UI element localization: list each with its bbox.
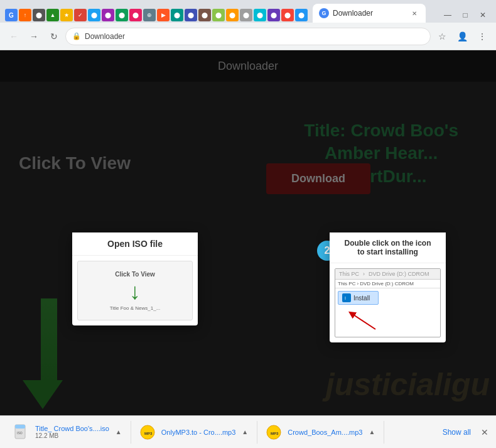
reload-button[interactable]: ↻ [45,28,63,45]
ext-icon-6[interactable]: ✓ [74,9,87,21]
ext-icon-13[interactable]: ⬤ [171,9,183,21]
download-item-3: MP3 Crowd_Boos_Am....mp3 ▲ [257,421,384,444]
install-header-bar: This PC › DVD Drive (D:) CDROM [335,269,440,280]
lock-icon: 🔒 [72,32,81,40]
tab-title: Downloader [333,9,406,18]
download-item-icon-3: MP3 [265,423,283,441]
download-chevron-1[interactable]: ▲ [114,427,123,437]
ext-icon-17[interactable]: ⬤ [226,9,239,21]
iso-preview-text: Click To View [115,271,155,278]
download-chevron-3[interactable]: ▲ [367,427,376,437]
menu-button[interactable]: ⋮ [473,28,491,45]
tooltip2-header: Double click on the icon to start instal… [330,232,446,263]
active-tab[interactable]: G Downloader ✕ [313,4,426,23]
ext-icon-20[interactable]: ⬤ [267,9,280,21]
tab-close-button[interactable]: ✕ [409,8,419,18]
download-item-name-2[interactable]: OnlyMP3.to - Cro....mp3 [161,429,236,436]
restore-button[interactable]: □ [457,9,473,21]
forward-button[interactable]: → [25,28,43,45]
navigation-toolbar: ← → ↻ 🔒 Downloader ☆ 👤 ⋮ [0,23,496,50]
install-preview: This PC › DVD Drive (D:) CDROM This PC ›… [335,268,441,337]
tooltip1-body: Click To View ↓ Title Foo & News_1_... [72,256,198,325]
ext-icon-2[interactable]: ↑ [19,9,31,21]
install-content: I Install [335,288,440,337]
tooltip2-title: Double click on the icon to start instal… [337,239,438,256]
ext-icon-google[interactable]: G [5,9,18,21]
ext-icon-5[interactable]: ★ [60,9,73,21]
minimize-button[interactable]: — [439,9,456,21]
ext-icon-15[interactable]: ⬤ [198,9,211,21]
svg-text:I: I [345,296,346,300]
tooltips-layer: 1 Open ISO file Click To View ↓ Title Fo… [0,50,496,415]
ext-icon-7[interactable]: ⬤ [88,9,100,21]
download-item-info-1: Title_ Crowd Boo's....iso 12.2 MB [35,425,109,439]
toolbar-right: ☆ 👤 ⋮ [433,28,491,45]
tooltip1-title: Open ISO file [80,239,190,249]
ext-icon-10[interactable]: ⬤ [129,9,142,21]
download-bar: ISO Title_ Crowd Boo's....iso 12.2 MB ▲ … [0,415,496,448]
address-bar[interactable]: 🔒 Downloader [65,28,431,45]
download-item-info-2: OnlyMP3.to - Cro....mp3 [161,429,236,436]
red-pointer-arrow [338,307,388,332]
download-item-name-1[interactable]: Title_ Crowd Boo's....iso [35,425,109,432]
ext-icon-22[interactable]: ⬤ [295,9,308,21]
ext-icon-11[interactable]: ⊕ [143,9,156,21]
close-button[interactable]: ✕ [475,9,491,21]
svg-text:MP3: MP3 [271,432,279,435]
svg-text:MP3: MP3 [144,432,153,435]
ext-icon-4[interactable]: ▲ [46,9,59,21]
download-item-2: MP3 OnlyMP3.to - Cro....mp3 ▲ [131,421,258,444]
tooltip-install: Double click on the icon to start instal… [330,232,446,342]
download-bar-close-button[interactable]: ✕ [478,425,491,440]
ext-icon-14[interactable]: ⬤ [185,9,197,21]
show-all-button[interactable]: Show all [438,428,476,437]
profile-icon[interactable]: 👤 [453,28,471,45]
tooltip2-body: This PC › DVD Drive (D:) CDROM This PC ›… [330,263,446,342]
address-text: Downloader [85,32,424,41]
tab-favicon: G [319,8,329,18]
download-item-size-1: 12.2 MB [35,432,109,439]
page-content: Downloader Title: Crowd Boo's Amber Hear… [0,50,496,415]
back-button[interactable]: ← [5,28,23,45]
ext-icon-21[interactable]: ⬤ [281,9,294,21]
ext-icon-19[interactable]: ⬤ [254,9,266,21]
install-path-bar: This PC › DVD Drive (D:) CDROM [335,280,440,288]
ext-icon-3[interactable]: ⬤ [33,9,45,21]
ext-icon-12[interactable]: ▶ [157,9,170,21]
ext-icon-9[interactable]: ⬤ [116,9,128,21]
iso-filename: Title Foo & News_1_... [110,305,161,311]
download-item-icon-2: MP3 [139,423,156,441]
ext-icon-16[interactable]: ⬤ [212,9,225,21]
tooltip1-header: Open ISO file [72,232,198,256]
bookmark-icon[interactable]: ☆ [433,28,451,45]
tooltip-open-iso: Open ISO file Click To View ↓ Title Foo … [72,232,198,325]
svg-line-3 [352,314,375,329]
ext-icon-18[interactable]: ⬤ [240,9,252,21]
green-download-arrow-icon: ↓ [129,280,141,303]
download-item-icon-1: ISO [13,423,30,441]
install-icon: I [342,293,351,302]
ext-icon-8[interactable]: ⬤ [102,9,114,21]
svg-text:ISO: ISO [17,431,23,435]
install-item[interactable]: I Install [338,291,379,305]
download-item-name-3[interactable]: Crowd_Boos_Am....mp3 [288,429,362,436]
red-arrow-wrap [338,307,438,335]
iso-preview: Click To View ↓ Title Foo & News_1_... [77,261,193,320]
download-item-1: ISO Title_ Crowd Boo's....iso 12.2 MB ▲ [5,421,131,444]
download-item-info-3: Crowd_Boos_Am....mp3 [288,429,362,436]
browser-frame: G ↑ ⬤ ▲ ★ ✓ ⬤ ⬤ ⬤ ⬤ ⊕ ▶ ⬤ ⬤ ⬤ ⬤ ⬤ ⬤ ⬤ ⬤ … [0,0,496,448]
download-chevron-2[interactable]: ▲ [240,427,249,437]
svg-rect-5 [15,425,25,429]
tab-bar: G ↑ ⬤ ▲ ★ ✓ ⬤ ⬤ ⬤ ⬤ ⊕ ▶ ⬤ ⬤ ⬤ ⬤ ⬤ ⬤ ⬤ ⬤ … [0,0,496,23]
